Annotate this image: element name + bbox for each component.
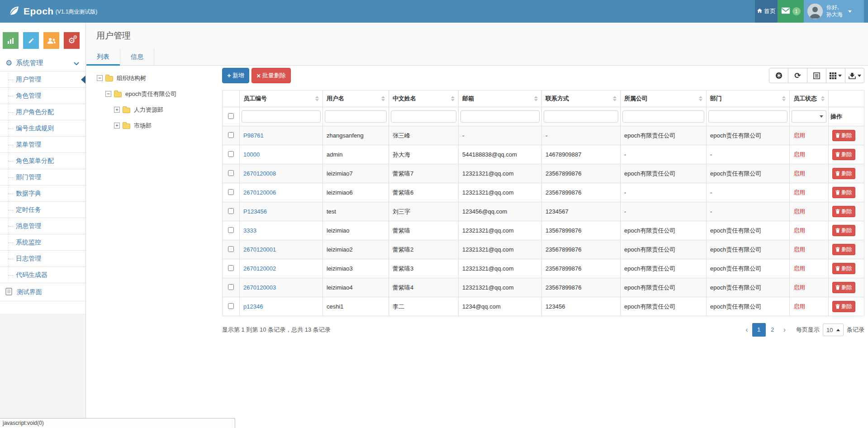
status-filter-select[interactable] [792, 110, 826, 123]
department-cell: epoch责任有限公司 [707, 221, 790, 240]
tree-node-market-dept[interactable]: + 市场部 [97, 118, 222, 133]
add-button[interactable]: 新增 [222, 68, 249, 83]
employee-id-link[interactable]: 3333 [243, 227, 256, 234]
row-checkbox[interactable] [228, 303, 234, 309]
row-checkbox[interactable] [228, 246, 234, 252]
expand-icon[interactable]: + [114, 107, 120, 113]
row-checkbox[interactable] [228, 227, 234, 233]
employee-id-link[interactable]: P98761 [243, 132, 264, 139]
column-header-cn-name[interactable]: 中文姓名 [389, 90, 459, 107]
sidebar-menu-item[interactable]: 角色管理 [0, 88, 85, 104]
page-button-1[interactable]: 1 [752, 323, 766, 337]
column-header-username[interactable]: 用户名 [323, 90, 389, 107]
employee-id-link[interactable]: 2670120003 [243, 284, 276, 291]
row-checkbox[interactable] [228, 132, 234, 138]
delete-button[interactable]: 删除 [832, 225, 855, 236]
messages-button[interactable]: 1 [778, 0, 804, 23]
users-button[interactable] [43, 32, 59, 49]
delete-button[interactable]: 删除 [832, 130, 855, 141]
users-table: 员工编号 用户名 中文姓名 邮箱 联系方式 所属公司 部门 员工状态 [222, 90, 864, 316]
home-button[interactable]: 首页 [755, 0, 778, 23]
sidebar-menu-item[interactable]: 代码生成器 [0, 267, 85, 283]
sidebar-menu-item[interactable]: 消息管理 [0, 218, 85, 234]
sidebar-item-test-page[interactable]: 测试界面 [0, 283, 85, 301]
delete-button[interactable]: 删除 [832, 282, 855, 293]
sidebar-item-label: 编号生成规则 [16, 124, 54, 132]
batch-delete-button[interactable]: 批量删除 [251, 68, 291, 83]
sidebar-menu-item[interactable]: 用户管理 [0, 71, 85, 88]
company-filter-input[interactable] [622, 110, 704, 123]
page-button-2[interactable]: 2 [766, 323, 779, 337]
expand-icon[interactable]: + [114, 123, 120, 128]
tree-node-root[interactable]: − 组织结构树 [97, 70, 222, 86]
department-cell: - [707, 202, 790, 221]
select-all-checkbox[interactable] [228, 113, 234, 119]
next-page-button[interactable]: › [779, 326, 790, 334]
column-header-phone[interactable]: 联系方式 [542, 90, 621, 107]
department-filter-input[interactable] [708, 110, 787, 123]
sidebar-menu-item[interactable]: 编号生成规则 [0, 120, 85, 137]
email-cell: 12321321@qq.com [459, 164, 542, 183]
employee-id-link[interactable]: 2670120008 [243, 170, 276, 177]
collapse-icon[interactable]: − [97, 75, 103, 81]
delete-button[interactable]: 删除 [832, 244, 855, 255]
sidebar-menu-item[interactable]: 系统监控 [0, 234, 85, 251]
columns-button[interactable] [826, 68, 845, 83]
tree-node-hr-dept[interactable]: + 人力资源部 [97, 102, 222, 118]
employee-id-link[interactable]: P123456 [243, 208, 267, 215]
row-checkbox[interactable] [228, 265, 234, 271]
edit-button[interactable] [23, 32, 39, 49]
sidebar-menu-item[interactable]: 用户角色分配 [0, 104, 85, 120]
delete-button[interactable]: 删除 [832, 263, 855, 274]
employee-id-link[interactable]: 2670120006 [243, 189, 276, 196]
employee-id-link[interactable]: 2670120001 [243, 246, 276, 253]
prev-page-button[interactable]: ‹ [741, 326, 752, 334]
sidebar-menu-item[interactable]: 角色菜单分配 [0, 153, 85, 169]
sidebar-menu-item[interactable]: 日志管理 [0, 251, 85, 267]
settings-button[interactable]: ⚙⚙ [64, 32, 80, 49]
delete-button[interactable]: 删除 [832, 168, 855, 179]
status-badge: 启用 [793, 284, 805, 291]
username-filter-input[interactable] [325, 110, 387, 123]
employee-id-link[interactable]: p12346 [243, 303, 263, 310]
tree-node-company[interactable]: − epoch责任有限公司 [97, 86, 222, 102]
row-checkbox[interactable] [228, 208, 234, 214]
sidebar-menu-item[interactable]: 定时任务 [0, 202, 85, 218]
delete-button[interactable]: 删除 [832, 187, 855, 198]
export-icon [849, 72, 856, 79]
sidebar-group-system-management[interactable]: ⚙ 系统管理 [0, 55, 85, 71]
pagination: ‹ 1 2 › 每页显示 10 条记录 [741, 323, 864, 337]
row-checkbox[interactable] [228, 151, 234, 157]
row-checkbox[interactable] [228, 189, 234, 195]
column-header-employee-id[interactable]: 员工编号 [240, 90, 323, 107]
employee-id-link[interactable]: 2670120002 [243, 265, 276, 272]
sidebar-menu-item[interactable]: 数据字典 [0, 185, 85, 202]
cn-name-filter-input[interactable] [391, 110, 456, 123]
page-size-select[interactable]: 10 [823, 323, 844, 336]
delete-button[interactable]: 删除 [832, 149, 855, 160]
tab-info[interactable]: 信息 [120, 48, 154, 65]
bar-chart-button[interactable] [3, 32, 19, 49]
collapse-icon[interactable]: − [105, 91, 111, 97]
row-checkbox[interactable] [228, 170, 234, 176]
toggle-view-button[interactable] [807, 68, 826, 83]
refresh-button[interactable]: ⟳ [788, 68, 807, 83]
company-cell: epoch有限责任公司 [621, 240, 707, 259]
column-header-department[interactable]: 部门 [707, 90, 790, 107]
sidebar-menu-item[interactable]: 菜单管理 [0, 137, 85, 153]
delete-button[interactable]: 删除 [832, 301, 855, 312]
sidebar-menu-item[interactable]: 部门管理 [0, 169, 85, 185]
column-header-company[interactable]: 所属公司 [621, 90, 707, 107]
row-checkbox[interactable] [228, 284, 234, 290]
email-filter-input[interactable] [460, 110, 540, 123]
user-menu[interactable]: 你好, 孙大海 [804, 0, 864, 23]
pagination-switch-button[interactable] [769, 68, 788, 83]
employee-id-filter-input[interactable] [242, 110, 321, 123]
tab-list[interactable]: 列表 [86, 48, 120, 65]
delete-button[interactable]: 删除 [832, 206, 855, 217]
column-header-status[interactable]: 员工状态 [790, 90, 829, 107]
export-button[interactable] [845, 68, 864, 83]
column-header-email[interactable]: 邮箱 [459, 90, 542, 107]
employee-id-link[interactable]: 10000 [243, 151, 260, 158]
phone-filter-input[interactable] [544, 110, 618, 123]
